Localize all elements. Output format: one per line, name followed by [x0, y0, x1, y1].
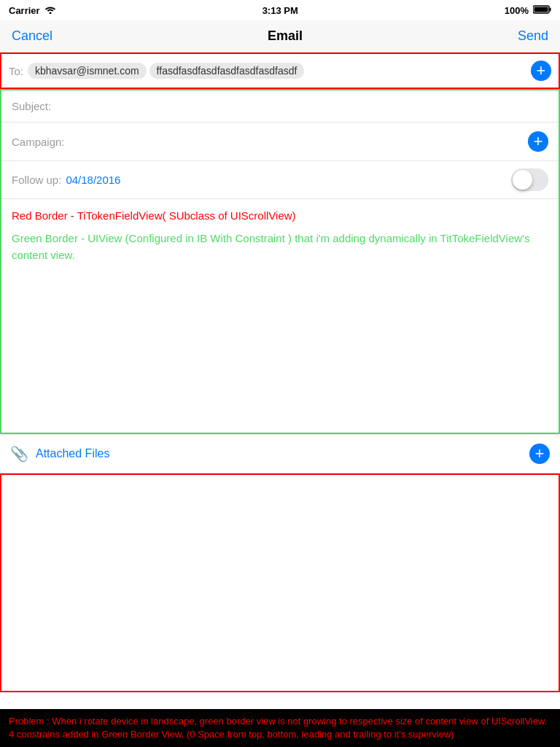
followup-toggle[interactable]	[511, 169, 548, 191]
followup-label: Follow up:	[12, 174, 61, 186]
add-attachment-button[interactable]: +	[529, 444, 550, 464]
bottom-area	[0, 473, 560, 692]
paperclip-icon: 📎	[10, 445, 28, 462]
body-area[interactable]: Red Border - TiTokenFieldView( SUbclass …	[1, 199, 559, 433]
attached-files-row[interactable]: 📎 Attached Files +	[0, 434, 560, 473]
campaign-label: Campaign:	[12, 136, 65, 148]
battery-label: 100%	[505, 5, 529, 16]
problem-bar: Problem : When i rotate device in landsc…	[0, 709, 560, 747]
subject-input[interactable]	[51, 100, 548, 112]
toggle-switch[interactable]	[511, 169, 548, 191]
to-chips: kbhavsar@ismnet.com ffasdfasdfasdfasdfas…	[28, 63, 531, 79]
problem-text: Problem : When i rotate device in landsc…	[9, 716, 547, 740]
add-recipient-button[interactable]: +	[531, 61, 551, 81]
subject-label: Subject:	[12, 100, 51, 112]
followup-row[interactable]: Follow up: 04/18/2016	[1, 161, 559, 199]
send-button[interactable]: Send	[518, 28, 548, 44]
status-left: Carrier	[9, 5, 56, 16]
attached-files-label: Attached Files	[36, 447, 529, 460]
battery-icon	[533, 5, 551, 16]
toggle-knob	[513, 170, 532, 190]
nav-bar: Cancel Email Send	[0, 20, 560, 53]
cancel-button[interactable]: Cancel	[12, 28, 52, 44]
main-content: To: kbhavsar@ismnet.com ffasdfasdfasdfas…	[0, 53, 560, 692]
status-bar: Carrier 3:13 PM 100%	[0, 0, 560, 20]
recipient-chip-1[interactable]: kbhavsar@ismnet.com	[28, 63, 147, 79]
add-campaign-button[interactable]: +	[528, 131, 548, 152]
followup-date[interactable]: 04/18/2016	[66, 174, 511, 186]
campaign-input[interactable]	[65, 136, 528, 148]
body-red-text: Red Border - TiTokenFieldView( SUbclass …	[12, 209, 548, 222]
svg-rect-2	[550, 7, 551, 11]
wifi-icon	[44, 5, 56, 16]
nav-title: Email	[268, 28, 303, 44]
recipient-chip-2[interactable]: ffasdfasdfasdfasdfasdfasdfasdf	[149, 63, 305, 79]
campaign-row[interactable]: Campaign: +	[1, 123, 559, 161]
status-right: 100%	[505, 5, 551, 16]
svg-point-0	[49, 12, 51, 14]
green-section: Subject: Campaign: + Follow up: 04/18/20…	[0, 89, 560, 434]
to-field-row[interactable]: To: kbhavsar@ismnet.com ffasdfasdfasdfas…	[0, 53, 560, 89]
body-green-text: Green Border - UIView (Configured in IB …	[12, 231, 548, 263]
status-time: 3:13 PM	[262, 5, 298, 16]
to-label: To:	[9, 65, 23, 77]
svg-rect-3	[534, 7, 548, 12]
carrier-label: Carrier	[9, 5, 40, 16]
subject-row[interactable]: Subject:	[1, 90, 559, 123]
